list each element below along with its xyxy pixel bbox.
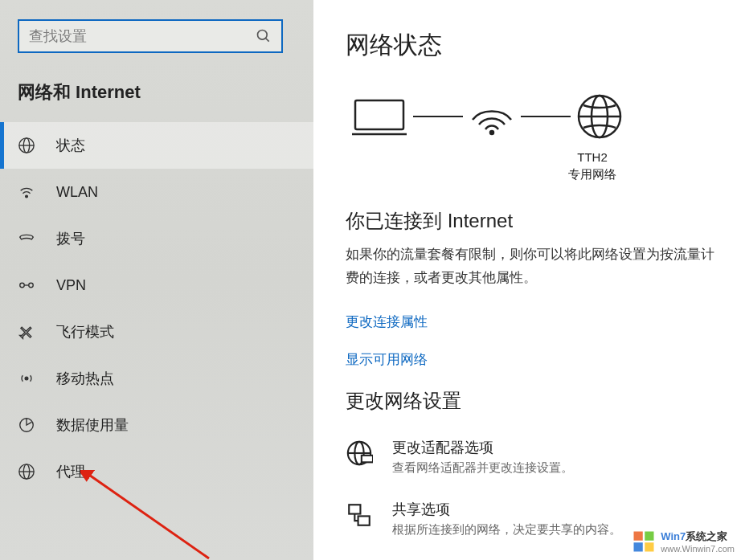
setting-desc: 根据所连接到的网络，决定要共享的内容。	[392, 522, 621, 538]
proxy-icon	[18, 463, 35, 480]
sidebar-item-label: 拨号	[56, 229, 85, 248]
change-settings-heading: 更改网络设置	[346, 388, 717, 414]
svg-rect-26	[358, 516, 370, 525]
svg-point-9	[25, 377, 28, 380]
network-diagram	[350, 92, 717, 141]
svg-rect-32	[645, 542, 654, 551]
diagram-line	[521, 116, 571, 117]
watermark-url: www.Winwin7.com	[661, 544, 735, 554]
sidebar-item-label: WLAN	[56, 184, 98, 201]
setting-adapter-options[interactable]: 更改适配器选项 查看网络适配器并更改连接设置。	[346, 438, 717, 476]
setting-title: 更改适配器选项	[392, 438, 573, 457]
data-icon	[18, 416, 35, 434]
sidebar-item-status[interactable]: 状态	[0, 122, 313, 169]
svg-rect-29	[634, 532, 643, 541]
sidebar-item-datausage[interactable]: 数据使用量	[0, 402, 313, 448]
svg-point-0	[258, 31, 268, 40]
sidebar-item-label: VPN	[56, 277, 86, 294]
search-icon	[256, 28, 272, 44]
sharing-icon	[346, 501, 373, 529]
sidebar: 网络和 Internet 状态 WLAN 拨号 VPN 飞行模式 移动热点 数据…	[0, 0, 313, 560]
show-available-networks-link[interactable]: 显示可用网络	[346, 350, 717, 369]
sidebar-item-label: 飞行模式	[56, 322, 114, 341]
search-wrap	[0, 0, 313, 67]
sidebar-item-proxy[interactable]: 代理	[0, 448, 313, 495]
sidebar-item-airplane[interactable]: 飞行模式	[0, 309, 313, 355]
svg-point-17	[490, 131, 493, 134]
sidebar-item-dialup[interactable]: 拨号	[0, 215, 313, 262]
watermark-brand2: 系统之家	[686, 530, 727, 542]
watermark: Win7系统之家 www.Winwin7.com	[632, 529, 735, 554]
computer-icon	[350, 96, 408, 137]
hotspot-icon	[18, 370, 35, 387]
sidebar-item-vpn[interactable]: VPN	[0, 262, 313, 309]
ssid-label: TTH2	[468, 149, 717, 166]
sidebar-item-wlan[interactable]: WLAN	[0, 169, 313, 215]
globe-diagram-icon	[575, 92, 624, 141]
wifi-icon	[18, 183, 35, 201]
connected-description: 如果你的流量套餐有限制，则你可以将此网络设置为按流量计费的连接，或者更改其他属性…	[346, 243, 717, 290]
svg-rect-31	[634, 542, 643, 551]
dial-icon	[18, 230, 35, 247]
watermark-brand1: Win7	[661, 530, 686, 542]
svg-point-5	[26, 195, 28, 198]
airplane-icon	[18, 323, 35, 341]
sidebar-title: 网络和 Internet	[0, 67, 313, 122]
svg-point-7	[29, 283, 34, 288]
svg-rect-30	[645, 532, 654, 541]
sidebar-item-hotspot[interactable]: 移动热点	[0, 355, 313, 402]
connected-heading: 你已连接到 Internet	[346, 208, 717, 234]
svg-rect-25	[349, 505, 360, 513]
change-connection-properties-link[interactable]: 更改连接属性	[346, 313, 717, 331]
search-box[interactable]	[18, 19, 283, 53]
adapter-icon	[346, 439, 373, 467]
setting-desc: 查看网络适配器并更改连接设置。	[392, 460, 573, 476]
page-title: 网络状态	[346, 29, 717, 62]
nettype-label: 专用网络	[468, 166, 717, 182]
sidebar-item-label: 代理	[56, 462, 85, 481]
watermark-logo	[632, 529, 656, 554]
sidebar-item-label: 数据使用量	[56, 415, 129, 435]
svg-point-6	[20, 283, 25, 288]
sidebar-item-label: 移动热点	[56, 369, 114, 388]
setting-title: 共享选项	[392, 500, 621, 519]
diagram-label: TTH2 专用网络	[468, 149, 717, 182]
globe-icon	[18, 137, 35, 154]
svg-rect-15	[355, 100, 403, 129]
svg-line-1	[266, 39, 269, 42]
main-content: 网络状态 TTH2 专用网络 你已连接到 Internet 如果你的流量套餐有限…	[313, 0, 741, 560]
svg-rect-24	[362, 456, 373, 463]
wifi-diagram-icon	[468, 96, 516, 137]
diagram-line	[413, 116, 463, 117]
vpn-icon	[18, 276, 35, 294]
sidebar-item-label: 状态	[56, 136, 85, 155]
search-input[interactable]	[29, 28, 256, 45]
